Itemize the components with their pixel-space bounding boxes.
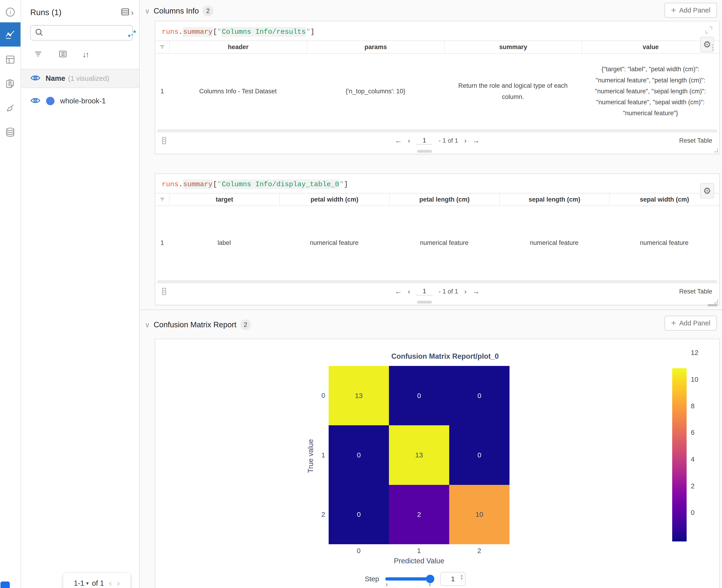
- runs-pagination[interactable]: 1-1 ▾ of 1 ‹ ›: [63, 573, 130, 588]
- next-page-icon[interactable]: ›: [464, 136, 467, 145]
- eye-icon[interactable]: [30, 74, 41, 83]
- workspace-chart-icon[interactable]: [0, 22, 20, 46]
- last-page-icon[interactable]: →: [473, 136, 480, 145]
- filter-column-icon[interactable]: [155, 41, 169, 53]
- column-header-value[interactable]: value ⋮: [582, 41, 719, 53]
- confusion-matrix-plot-panel: Confusion Matrix Report/plot_0 13 0 0 0 …: [155, 339, 720, 588]
- matrix-cell[interactable]: 0: [389, 366, 449, 425]
- y-tick: 2: [314, 511, 325, 519]
- visualized-count: (1 visualized): [68, 75, 109, 82]
- prev-page-icon[interactable]: ‹: [408, 288, 410, 295]
- column-menu-kebab-icon[interactable]: ⋮: [709, 43, 716, 51]
- run-color-dot: [46, 97, 55, 105]
- eye-icon[interactable]: [30, 97, 41, 105]
- cell-header: Columns Info - Test Dataset: [169, 86, 307, 97]
- column-header[interactable]: petal length (cm): [389, 193, 499, 206]
- last-page-icon[interactable]: →: [473, 288, 480, 295]
- row-number[interactable]: 1: [155, 237, 169, 248]
- runs-title: Runs (1): [30, 8, 61, 17]
- display-table-row[interactable]: 1 label numerical feature numerical feat…: [155, 206, 719, 280]
- colorbar: [672, 368, 687, 542]
- stepper-down-icon[interactable]: ▾: [461, 577, 463, 580]
- pager-prev-icon[interactable]: ‹: [109, 579, 112, 588]
- horizontal-scrollbar[interactable]: [157, 280, 717, 283]
- y-axis-label: True value: [306, 421, 315, 491]
- next-page-icon[interactable]: ›: [464, 288, 467, 295]
- panel-resize-handle[interactable]: [714, 148, 718, 152]
- panel-query-code: runs.summary["Columns Info/results"]: [155, 21, 719, 41]
- run-name: whole-brook-1: [60, 97, 106, 105]
- runs-name-column-header[interactable]: Name (1 visualized): [21, 69, 139, 88]
- run-search[interactable]: .*: [30, 25, 133, 41]
- matrix-cell[interactable]: 13: [389, 425, 449, 485]
- cell-target: label: [169, 237, 279, 248]
- pager-next-icon[interactable]: ›: [117, 579, 120, 588]
- run-row[interactable]: whole-brook-1: [21, 93, 139, 109]
- prev-page-icon[interactable]: ‹: [408, 136, 410, 145]
- search-input[interactable]: [47, 29, 131, 37]
- name-column-label: Name: [46, 74, 65, 83]
- matrix-cell[interactable]: 0: [449, 425, 509, 485]
- filter-column-icon[interactable]: [155, 193, 169, 206]
- section-title: Confusion Matrix Report: [154, 320, 236, 329]
- fullscreen-icon[interactable]: [705, 26, 712, 34]
- step-label: Step: [365, 575, 379, 583]
- column-header[interactable]: header: [169, 41, 307, 53]
- filter-icon[interactable]: [33, 49, 43, 60]
- icon-rail: i: [0, 0, 21, 588]
- cell: numerical feature: [279, 237, 389, 248]
- section-divider: [140, 310, 722, 310]
- matrix-cell[interactable]: 0: [328, 485, 389, 544]
- page-number-input[interactable]: 1: [416, 137, 432, 145]
- column-header[interactable]: petal width (cm): [279, 193, 389, 206]
- expand-sidebar-chevron-icon[interactable]: ›: [131, 8, 134, 17]
- section-confusion-matrix[interactable]: ∨ Confusion Matrix Report 2: [145, 319, 251, 330]
- confusion-matrix-heatmap[interactable]: 13 0 0 0 13 0 0 2 10: [328, 366, 509, 544]
- info-icon[interactable]: i: [0, 0, 20, 24]
- matrix-cell[interactable]: 10: [449, 485, 509, 544]
- column-header[interactable]: sepal length (cm): [499, 193, 609, 206]
- section-collapse-chevron-icon[interactable]: ∨: [145, 321, 150, 329]
- clipboard-icon[interactable]: [0, 72, 20, 96]
- column-header[interactable]: target: [169, 193, 279, 206]
- panel-resize-handle[interactable]: [714, 299, 718, 303]
- help-chat-button[interactable]: [0, 582, 10, 588]
- matrix-cell[interactable]: 0: [449, 366, 509, 425]
- display-table-header: target petal width (cm) petal length (cm…: [155, 193, 719, 206]
- first-page-icon[interactable]: ←: [395, 288, 402, 295]
- panels-icon[interactable]: [0, 47, 20, 72]
- matrix-cell[interactable]: 13: [328, 366, 389, 425]
- runs-toolbar: ↓↑: [33, 49, 88, 60]
- column-header[interactable]: summary: [444, 41, 582, 53]
- colorbar-tick: 4: [691, 456, 709, 463]
- section-collapse-chevron-icon[interactable]: ∨: [145, 7, 150, 15]
- row-number[interactable]: 1: [155, 86, 169, 97]
- page-number-input[interactable]: 1: [416, 288, 432, 295]
- cell-params: {'n_top_columns': 10}: [307, 86, 444, 97]
- group-list-icon[interactable]: [58, 49, 68, 60]
- main-workspace: ∨ Columns Info 2 + Add Panel runs.summar…: [140, 0, 722, 588]
- section-columns-info[interactable]: ∨ Columns Info 2: [145, 5, 213, 16]
- columns-info-display-table-panel: runs.summary["Columns Info/display_table…: [155, 173, 720, 305]
- matrix-cell[interactable]: 2: [389, 485, 449, 544]
- add-panel-button[interactable]: + Add Panel: [664, 316, 717, 331]
- sort-icon[interactable]: ↓↑: [82, 50, 88, 59]
- step-value-input[interactable]: 1 ▴ ▾: [440, 572, 466, 586]
- pager-caret-down-icon[interactable]: ▾: [86, 580, 89, 586]
- column-header[interactable]: sepal width (cm): [609, 193, 719, 206]
- runs-table-icon[interactable]: [120, 7, 130, 18]
- pager-range[interactable]: 1-1: [74, 579, 84, 588]
- step-slider[interactable]: [385, 577, 431, 581]
- cell: numerical feature: [389, 237, 499, 248]
- regex-toggle-icon[interactable]: .*: [131, 29, 136, 37]
- slider-handle[interactable]: [426, 575, 434, 583]
- matrix-cell[interactable]: 0: [328, 425, 389, 485]
- column-header[interactable]: params: [307, 41, 444, 53]
- artifacts-database-icon[interactable]: [0, 120, 20, 144]
- first-page-icon[interactable]: ←: [395, 136, 402, 145]
- scrollbar-thumb[interactable]: [707, 304, 718, 306]
- brush-icon[interactable]: [0, 96, 20, 120]
- horizontal-scrollbar[interactable]: [157, 129, 717, 132]
- add-panel-button[interactable]: + Add Panel: [664, 3, 717, 18]
- results-table-row[interactable]: 1 Columns Info - Test Dataset {'n_top_co…: [155, 54, 719, 129]
